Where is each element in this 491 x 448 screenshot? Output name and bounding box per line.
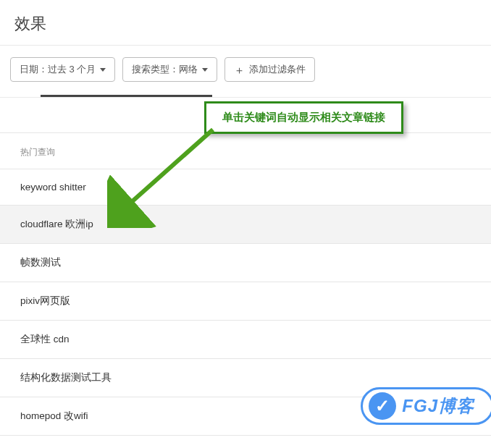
watermark-logo-icon: ✓ [369,392,396,420]
watermark-text: FGJ博客 [402,394,474,418]
page-title: 效果 [14,13,477,35]
list-item-label: keyword shitter [20,182,86,193]
search-type-filter-button[interactable]: 搜索类型：网络 [122,57,217,82]
list-item-label: 全球性 cdn [20,334,70,345]
date-filter-label: 日期：过去 3 个月 [20,63,96,76]
list-item-label: pixiv网页版 [20,295,70,306]
list-item[interactable]: keyword shitter [0,169,491,206]
list-item[interactable]: pixiv网页版 [0,282,491,321]
header: 效果 [0,0,491,46]
chevron-down-icon [100,68,106,72]
list-item[interactable]: hotmail邮箱注册 [0,436,491,448]
filter-bar: 日期：过去 3 个月 搜索类型：网络 ＋ 添加过滤条件 [0,46,491,95]
annotation-text: 单击关键词自动显示相关文章链接 [222,111,385,123]
list-header: 热门查询 [0,133,491,169]
add-filter-button[interactable]: ＋ 添加过滤条件 [224,57,315,82]
list-item-label: homepod 改wifi [20,410,88,421]
list-item-label: cloudflare 欧洲ip [20,219,93,229]
list-item-label: 帧数测试 [20,257,61,268]
search-type-filter-label: 搜索类型：网络 [132,63,198,76]
check-icon: ✓ [375,396,390,416]
list-item[interactable]: 帧数测试 [0,244,491,282]
watermark-badge: ✓ FGJ博客 [361,387,491,425]
add-filter-label: 添加过滤条件 [249,63,306,76]
list-item-label: 结构化数据测试工具 [20,372,112,383]
annotation-callout: 单击关键词自动显示相关文章链接 [204,101,403,134]
chevron-down-icon [202,68,208,72]
plus-icon: ＋ [234,64,245,75]
divider [0,97,491,98]
date-filter-button[interactable]: 日期：过去 3 个月 [10,57,115,82]
list-item[interactable]: 全球性 cdn [0,321,491,359]
list-item[interactable]: cloudflare 欧洲ip [0,206,491,244]
